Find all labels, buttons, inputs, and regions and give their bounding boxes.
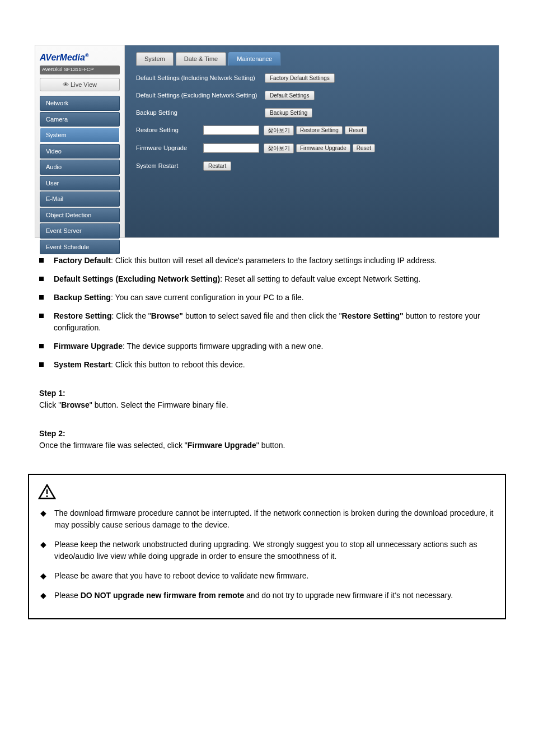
step-text: Click "Browse" button. Select the Firmwa… <box>39 399 506 411</box>
tab-system[interactable]: System <box>136 52 174 66</box>
list-item: Firmware Upgrade: The device supports fi… <box>39 340 506 352</box>
caution-text: Please DO NOT upgrade new firmware from … <box>54 590 496 601</box>
sidebar-item-audio[interactable]: Audio <box>40 160 120 175</box>
tabs-row: SystemDate & TimeMaintenance <box>136 52 488 66</box>
list-item: Factory Default: Click this button will … <box>39 255 506 267</box>
step-text: Once the firmware file was selected, cli… <box>39 440 506 451</box>
firmware-browse-button[interactable]: 찾아보기 <box>264 143 294 153</box>
bullet-text: Backup Setting: You can save current con… <box>54 292 506 304</box>
list-item: System Restart: Click this button to reb… <box>39 359 506 371</box>
sidebar-item-event-server[interactable]: Event Server <box>40 223 120 239</box>
sidebar-item-video[interactable]: Video <box>40 144 120 159</box>
label-backup: Backup Setting <box>136 108 265 118</box>
bullet-icon <box>39 314 44 318</box>
steps-section: Step 1: Click "Browse" button. Select th… <box>28 388 506 451</box>
list-item: Backup Setting: You can save current con… <box>39 292 506 304</box>
caution-text: Please be aware that you have to reboot … <box>54 570 496 582</box>
row-firmware: Firmware Upgrade 찾아보기 Firmware Upgrade R… <box>136 143 488 153</box>
sidebar-item-network[interactable]: Network <box>40 96 120 111</box>
row-restore: Restore Setting 찾아보기 Restore Setting Res… <box>136 125 488 136</box>
bullet-text: Firmware Upgrade: The device supports fi… <box>54 340 506 352</box>
sidebar-item-system[interactable]: System <box>40 128 120 143</box>
label-firmware: Firmware Upgrade <box>136 143 203 153</box>
label-default-settings: Default Settings (Excluding Network Sett… <box>136 91 265 100</box>
sidebar-item-e-mail[interactable]: E-Mail <box>40 192 120 207</box>
restore-file-input[interactable] <box>203 125 259 135</box>
caution-item: ◆ Please be aware that you have to reboo… <box>38 570 496 582</box>
label-restore: Restore Setting <box>136 125 203 135</box>
step-1: Step 1: Click "Browse" button. Select th… <box>39 388 506 411</box>
step-label: Step 1: <box>39 388 506 399</box>
row-restart: System Restart Restart <box>136 161 488 171</box>
step-label: Step 2: <box>39 428 506 440</box>
caution-item: ◆ Please keep the network unobstructed d… <box>38 539 496 562</box>
restart-button[interactable]: Restart <box>203 161 231 171</box>
restore-reset-button[interactable]: Reset <box>345 126 367 134</box>
label-factory-default: Default Settings (Including Network Sett… <box>136 73 265 83</box>
sidebar-item-camera[interactable]: Camera <box>40 112 120 127</box>
sidebar-item-object-detection[interactable]: Object Detection <box>40 208 120 223</box>
main-panel: SystemDate & TimeMaintenance Default Set… <box>125 45 499 237</box>
caution-item: ◆ Please DO NOT upgrade new firmware fro… <box>38 590 496 601</box>
caution-text: The download firmware procedure cannot b… <box>54 507 496 531</box>
tab-maintenance[interactable]: Maintenance <box>228 52 280 66</box>
sidebar: AVerMedia® AVerDiGi SF1311H-CP 👁 Live Vi… <box>35 45 125 237</box>
bullet-text: Default Settings (Excluding Network Sett… <box>54 273 506 285</box>
diamond-icon: ◆ <box>40 570 46 582</box>
bullet-icon <box>39 258 44 263</box>
restore-button[interactable]: Restore Setting <box>296 126 343 134</box>
row-factory-default: Default Settings (Including Network Sett… <box>136 73 488 83</box>
row-default-settings: Default Settings (Excluding Network Sett… <box>136 91 488 100</box>
firmware-file-input[interactable] <box>203 143 259 153</box>
backup-button[interactable]: Backup Setting <box>265 108 312 118</box>
bullet-icon <box>39 295 44 300</box>
diamond-icon: ◆ <box>40 539 46 562</box>
sidebar-item-user[interactable]: User <box>40 176 120 191</box>
bullet-text: System Restart: Click this button to reb… <box>54 359 506 371</box>
label-restart: System Restart <box>136 161 203 171</box>
firmware-upgrade-button[interactable]: Firmware Upgrade <box>296 144 350 152</box>
sidebar-item-event-schedule[interactable]: Event Schedule <box>40 240 120 255</box>
bullet-text: Restore Setting: Click the "Browse" butt… <box>54 310 506 334</box>
caution-box: ◆ The download firmware procedure cannot… <box>28 474 506 619</box>
bullet-icon <box>39 277 44 281</box>
logo-subtitle: AVerDiGi SF1311H-CP <box>40 66 120 74</box>
diamond-icon: ◆ <box>40 590 46 601</box>
svg-point-2 <box>46 495 48 497</box>
factory-default-button[interactable]: Factory Default Settings <box>265 73 335 83</box>
firmware-reset-button[interactable]: Reset <box>353 144 375 152</box>
tab-date-time[interactable]: Date & Time <box>176 52 227 66</box>
restore-browse-button[interactable]: 찾아보기 <box>264 125 294 136</box>
caution-text: Please keep the network unobstructed dur… <box>54 539 496 562</box>
list-item: Default Settings (Excluding Network Sett… <box>39 273 506 285</box>
row-backup: Backup Setting Backup Setting <box>136 108 488 118</box>
caution-icon <box>38 484 56 503</box>
bullet-icon <box>39 344 44 348</box>
bullet-icon <box>39 362 44 367</box>
logo: AVerMedia® <box>40 51 120 64</box>
step-2: Step 2: Once the firmware file was selec… <box>39 428 506 451</box>
screenshot-panel: AVerMedia® AVerDiGi SF1311H-CP 👁 Live Vi… <box>35 45 499 238</box>
default-settings-button[interactable]: Default Settings <box>265 91 315 100</box>
bullet-text: Factory Default: Click this button will … <box>54 255 506 267</box>
live-view-button[interactable]: 👁 Live View <box>40 78 120 92</box>
bullet-list: Factory Default: Click this button will … <box>28 255 506 371</box>
diamond-icon: ◆ <box>40 507 46 531</box>
list-item: Restore Setting: Click the "Browse" butt… <box>39 310 506 334</box>
caution-item: ◆ The download firmware procedure cannot… <box>38 507 496 531</box>
